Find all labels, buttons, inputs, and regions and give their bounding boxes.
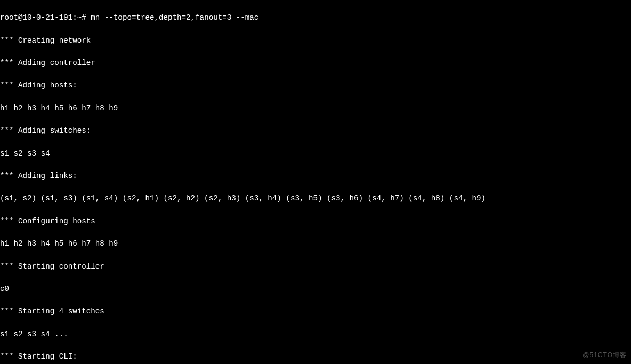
output-line: s1 s2 s3 s4 [0,148,631,159]
output-line: *** Configuring hosts [0,216,631,227]
output-line: *** Adding controller [0,58,631,69]
shell-line: root@10-0-21-191:~# mn --topo=tree,depth… [0,12,631,23]
output-line: (s1, s2) (s1, s3) (s1, s4) (s2, h1) (s2,… [0,193,631,204]
output-line: *** Adding links: [0,171,631,182]
output-line: c0 [0,284,631,295]
terminal[interactable]: root@10-0-21-191:~# mn --topo=tree,depth… [0,0,631,364]
output-line: *** Starting controller [0,261,631,272]
output-line: *** Adding hosts: [0,80,631,91]
output-line: *** Starting 4 switches [0,306,631,317]
shell-prompt: root@10-0-21-191:~# [0,13,91,22]
output-line: *** Starting CLI: [0,351,631,362]
output-line: s1 s2 s3 s4 ... [0,329,631,340]
output-line: h1 h2 h3 h4 h5 h6 h7 h8 h9 [0,238,631,249]
output-line: h1 h2 h3 h4 h5 h6 h7 h8 h9 [0,103,631,114]
shell-command: mn --topo=tree,depth=2,fanout=3 --mac [91,13,258,22]
watermark: @51CTO博客 [583,350,627,361]
output-line: *** Adding switches: [0,125,631,136]
output-line: *** Creating network [0,35,631,46]
